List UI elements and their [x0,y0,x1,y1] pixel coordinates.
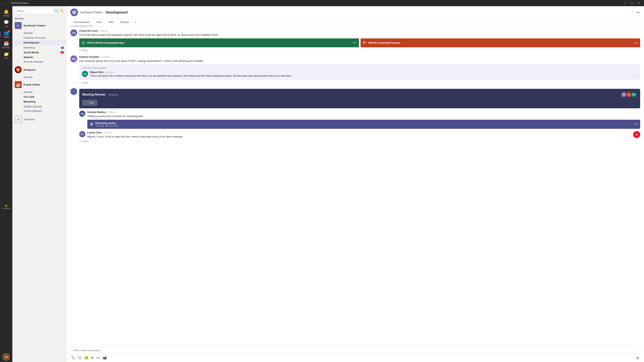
sidebar-item-meetings-label: Meetings [2,46,10,49]
meeting-title: Meeting Review [82,93,106,96]
mention-corey: Corey [96,135,104,138]
social-media-badge: 2 [60,51,64,54]
tab-planner[interactable]: Planner [117,19,132,26]
cecily-text: This is the latest budget and campaign p… [79,33,640,37]
message-cecily: CD Cecily De Crum 11:00 am This is the l… [70,29,640,51]
channel-social-media[interactable]: Social Media 2 [12,50,66,55]
reply-icon3: ↩ [79,140,81,143]
miguel-author: Miguel Silva [90,71,103,73]
maximize-button[interactable]: ☐ [629,1,635,5]
daphne-avatar: DK [70,55,77,62]
channel-fun-stuff[interactable]: Fun stuff [12,94,66,99]
calendar-more-icon[interactable]: ••• [634,122,638,126]
video-tool[interactable]: 📹 [102,356,107,360]
team-northwind[interactable]: NT Northwind Traders ••• [12,20,66,30]
at-mention-button[interactable]: @ [633,131,640,138]
keyboard-tool[interactable]: ⌨️ [96,356,100,360]
compose-toolbar: ✏️ 📎 😊 ⊞ ⌨️ 📹 ➤ [70,354,640,360]
sticker-tool[interactable]: ⊞ [91,356,94,360]
favorite-star-icon[interactable]: ☆ [631,10,634,14]
user-avatar[interactable]: JD [3,354,10,361]
tab-wiki[interactable]: Wiki [106,19,117,26]
emoji-tool[interactable]: 😊 [84,356,88,360]
team-northwind-avatar: NT [15,22,22,29]
feedback-label: Feedback [2,207,10,209]
channel-header-text: Northwind Traders › Development [80,10,128,14]
channel-general-d[interactable]: General [12,75,66,79]
miguel-online-dot [86,75,88,77]
daphne-text: Can someone please point me to the lates… [79,59,640,63]
channel-marketing-nw[interactable]: Marketing 📹 [12,45,66,50]
miguel-avatar: MS [82,71,88,77]
sidebar-item-activity[interactable]: 🔔 Activity [0,8,12,18]
channel-website[interactable]: Website [12,55,66,60]
message-daniela: DM Daniela Madera 11:00 am Setting up so… [79,111,640,129]
teams-sidebar: 🔍 ✏️ Favorites NT Northwind Traders ••• … [12,6,66,362]
user-online-indicator [7,358,9,360]
channel-weekly-specials[interactable]: Weekly Specials [12,104,66,109]
channel-general-fc[interactable]: General [12,90,66,94]
channel-development[interactable]: Development [12,40,66,45]
reply-icon2: ↩ [79,81,81,84]
search-input[interactable] [15,8,53,14]
daphne-online-dot [75,60,77,62]
ppt-more-icon[interactable]: ••• [634,41,638,45]
file-excel[interactable]: X 160724-WinterCampaignBudget ••• [79,38,359,47]
feedback-item[interactable]: 💡 Feedback [2,203,10,211]
team-fourth-coffee[interactable]: ☕ Fourth Coffee ••• [12,79,66,90]
channel-customer-accounts[interactable]: Customer Accounts [12,35,66,40]
message-louisa: LC Louisa Cain 11:15 am Miguel, Corey, I… [79,131,640,139]
format-tool[interactable]: ✏️ [71,356,75,360]
tab-files[interactable]: Files [93,19,105,26]
sidebar-item-teams[interactable]: 2 👥 Teams [0,29,12,39]
header-actions: ☆ ••• [631,10,640,15]
sidebar-item-meetings[interactable]: 📅 Meetings [0,39,12,50]
excel-icon: X [82,40,85,45]
meeting-time: 10:58 am [108,93,118,96]
meeting-reply-btn[interactable]: ↩ Reply [79,140,640,143]
forward-button[interactable]: › [6,1,10,5]
back-button[interactable]: ‹ [2,1,6,5]
messages-area: CD Cecily De Crum 11:00 am This is the l… [66,26,644,345]
sidebar-item-files[interactable]: 📁 Files [0,50,12,61]
compose-icon[interactable]: ✏️ [60,9,64,13]
cecily-author: Cecily De Crum [79,29,98,32]
fourth-coffee-more-channels[interactable]: 4 more channels [12,109,66,114]
meeting-avatar: 📹 [70,88,77,95]
send-button[interactable]: ➤ [636,356,639,360]
search-bar: 🔍 ✏️ [12,6,66,16]
reply-thread: Kadji and Jakob replied MS Miguel Silva … [79,64,640,80]
meeting-card-inner: Meeting Review 10:58 am KR LC MK [82,91,637,98]
sidebar-item-teams-label: Teams [3,36,9,38]
meeting-card: Meeting Review 10:58 am KR LC MK 📹 J [79,89,640,108]
excel-more-icon[interactable]: ••• [353,41,356,45]
tab-conversation[interactable]: Conversation [70,19,92,26]
add-team[interactable]: ⊕ Add Team [12,114,66,125]
daphne-reply-btn[interactable]: ↩ Reply [79,81,640,84]
team-designers-name: Designers [24,68,59,71]
team-designers[interactable]: 🎨 Designers ••• [12,65,66,75]
calendar-body: Marketing review Thursday, 15th @ 10:30 [95,122,632,127]
channel-marketing-fc[interactable]: Marketing [12,99,66,104]
cecily-reply-btn[interactable]: ↩ Reply [79,49,640,51]
calendar-icon: ⊞ [90,122,93,126]
tab-add-icon[interactable]: + [133,19,138,26]
sidebar-item-files-label: Files [4,57,8,59]
attach-tool[interactable]: 📎 [78,356,82,360]
minimize-button[interactable]: — [622,1,628,5]
search-icon[interactable]: 🔍 [55,9,58,13]
channel-general-nw[interactable]: General [12,30,66,35]
louisa-avatar: LC [79,131,86,137]
daniela-time: 11:00 am [107,111,116,113]
sidebar-item-chat[interactable]: 💬 Chat [0,18,12,29]
close-button[interactable]: ✕ [636,1,642,5]
calendar-card: ⊞ Marketing review Thursday, 15th @ 10:3… [87,120,640,129]
compose-input[interactable] [70,347,640,354]
cecily-time: 11:00 am [99,30,108,32]
file-powerpoint[interactable]: P 160724-CampaignProposal ••• [360,38,640,47]
header-more-icon[interactable]: ••• [636,10,640,15]
northwind-more-channels[interactable]: 32 more channels [12,60,66,65]
join-button[interactable]: 📹 Join [82,100,97,106]
miguel-header: Miguel Silva 11:16 am [90,71,638,73]
miguel-time: 11:16 am [105,71,114,73]
